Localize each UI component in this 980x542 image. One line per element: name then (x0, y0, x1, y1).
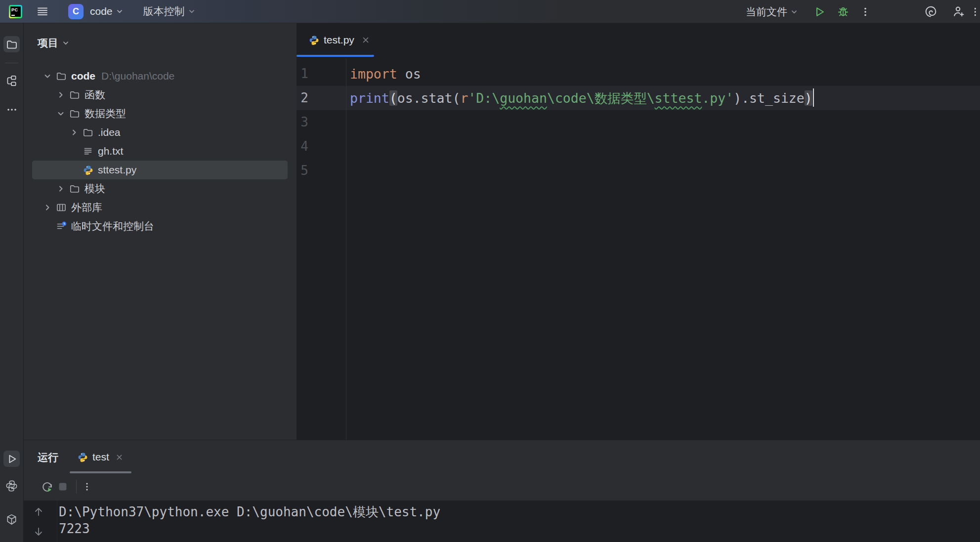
run-tab-test[interactable]: test (70, 440, 131, 474)
console-output: D:\Python37\python.exe D:\guohan\code\模块… (59, 503, 440, 537)
title-bar-right: 当前文件 (746, 0, 980, 23)
python-file-icon (309, 35, 319, 45)
python-console-icon (5, 480, 18, 492)
project-name[interactable]: code (90, 5, 113, 17)
python-console-button[interactable] (3, 478, 20, 494)
folder-icon (69, 108, 80, 119)
code-token: os (397, 66, 421, 82)
project-panel: 项目 codeD:\guohan\code函数数据类型.ideagh.txtst… (24, 23, 297, 440)
tree-item-path: D:\guohan\code (101, 70, 174, 82)
project-panel-header[interactable]: 项目 (38, 36, 70, 50)
stop-icon (57, 481, 69, 493)
folder-icon (83, 127, 93, 138)
more-tool-windows-button[interactable] (3, 101, 20, 118)
stripe-divider (5, 63, 18, 63)
run-icon (6, 453, 18, 465)
chevron-spacer (69, 165, 79, 175)
debug-icon (837, 5, 850, 18)
code-line-2: print(os.stat(r'D:\guohan\code\数据类型\stte… (350, 86, 814, 110)
project-badge[interactable]: C (68, 4, 84, 19)
scroll-up-button[interactable] (31, 504, 46, 519)
chevron-right-icon[interactable] (56, 184, 66, 194)
tree-item-code[interactable]: codeD:\guohan\code (32, 67, 288, 85)
tree-item-label: 数据类型 (85, 107, 126, 121)
tree-item-模块[interactable]: 模块 (32, 179, 288, 198)
chevron-down-icon (61, 39, 70, 47)
debug-button[interactable] (835, 3, 851, 20)
toolbar-divider (76, 480, 77, 494)
tree-item-sttest.py[interactable]: sttest.py (32, 161, 288, 179)
structure-tool-window-button[interactable] (3, 73, 20, 89)
more-actions-button[interactable] (857, 3, 873, 20)
folder-icon (56, 71, 67, 82)
console-line: 7223 (59, 520, 440, 537)
gutter-separator (346, 59, 346, 440)
code-token: r (460, 90, 468, 106)
chevron-down-icon[interactable] (187, 6, 197, 16)
code-token: ).st_size (733, 90, 805, 106)
run-tool-window-button[interactable] (3, 451, 20, 467)
chevron-down-icon[interactable] (789, 7, 799, 17)
editor-tab-label: test.py (324, 34, 354, 46)
editor[interactable]: test.py 12345 import osprint(os.stat(r'D… (297, 23, 980, 440)
text-caret (813, 88, 814, 107)
code-line-1: import os (350, 62, 421, 86)
tree-item-数据类型[interactable]: 数据类型 (32, 104, 288, 123)
title-bar-left: PC C code 版本控制 (0, 3, 197, 20)
chevron-down-icon[interactable] (43, 71, 52, 81)
chevron-right-icon[interactable] (69, 127, 79, 137)
folder-icon (69, 89, 80, 100)
project-tool-window-button[interactable] (3, 36, 20, 52)
python-file-icon (83, 165, 93, 175)
line-number: 2 (297, 86, 308, 110)
ai-assistant-button[interactable] (923, 3, 939, 20)
scroll-up-icon (33, 506, 44, 518)
code-token: \code\数据类型\ (547, 90, 655, 106)
run-console[interactable]: D:\Python37\python.exe D:\guohan\code\模块… (24, 500, 980, 542)
code-token: guohan (500, 90, 547, 106)
rerun-button[interactable] (40, 479, 54, 494)
run-icon (813, 5, 826, 18)
code-token: print (350, 90, 389, 106)
chevron-right-icon[interactable] (43, 203, 52, 212)
tree-item-外部库[interactable]: 外部库 (32, 198, 288, 217)
clipped-toolbar-icon[interactable] (975, 3, 980, 20)
run-button[interactable] (811, 3, 827, 20)
run-panel-header: 运行 test (24, 440, 980, 474)
scroll-down-button[interactable] (31, 524, 46, 539)
stop-button[interactable] (55, 479, 70, 494)
run-toolbar (24, 474, 980, 500)
chevron-right-icon[interactable] (56, 90, 66, 100)
project-folder-icon (6, 39, 18, 50)
tool-window-stripe (0, 23, 24, 542)
code-token: sttest (655, 90, 702, 106)
pycharm-logo-icon: PC (9, 5, 22, 18)
tree-item-label: .idea (98, 126, 121, 138)
close-icon[interactable] (116, 454, 123, 461)
tree-item-临时文件和控制台[interactable]: 临时文件和控制台 (32, 217, 288, 236)
pycharm-window: PC C code 版本控制 当前文件 (0, 0, 980, 542)
tree-item-label: 临时文件和控制台 (71, 219, 154, 233)
chevron-spacer (69, 146, 79, 156)
tree-item-.idea[interactable]: .idea (32, 123, 288, 142)
chevron-down-icon[interactable] (56, 109, 66, 119)
run-tab-indicator (70, 471, 131, 473)
chevron-down-icon[interactable] (115, 6, 125, 16)
run-more-options-button[interactable] (80, 479, 94, 494)
more-icon (5, 103, 18, 116)
python-packages-button[interactable] (3, 511, 20, 528)
run-panel-title: 运行 (38, 440, 58, 474)
close-icon[interactable] (362, 36, 370, 44)
vcs-menu[interactable]: 版本控制 (143, 4, 185, 18)
code-with-me-button[interactable] (950, 3, 967, 20)
tree-item-gh.txt[interactable]: gh.txt (32, 142, 288, 161)
code-token: .py' (702, 90, 733, 106)
run-config-selector[interactable]: 当前文件 (746, 5, 787, 19)
folder-icon (69, 183, 80, 194)
tree-item-函数[interactable]: 函数 (32, 85, 288, 104)
add-user-icon (952, 5, 965, 18)
main-menu-button[interactable] (34, 3, 50, 20)
text-file-icon (83, 146, 93, 157)
ai-assistant-icon (924, 5, 937, 18)
editor-tab-test-py[interactable]: test.py (297, 23, 379, 57)
